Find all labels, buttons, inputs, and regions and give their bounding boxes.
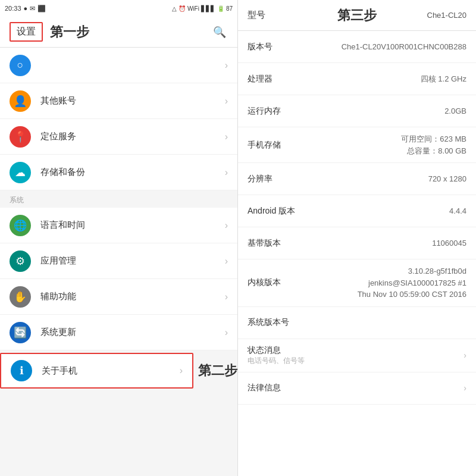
mail-icon: ✉: [30, 5, 35, 12]
row-kernel: 内核版本 3.10.28-g5f1fb0djenkins@SIA10000178…: [238, 259, 476, 307]
time-display: 20:33: [5, 5, 21, 12]
row-android: Android 版本 4.4.4: [238, 195, 476, 227]
first-icon: ○: [10, 55, 31, 76]
update-label: 系统更新: [40, 327, 225, 338]
menu-item-account[interactable]: 👤 其他账号 ›: [0, 83, 237, 119]
status-arrow: ›: [464, 350, 466, 360]
model-header-label: 型号: [248, 10, 302, 21]
version-value: Che1-CL20V100R001CHNC00B288: [301, 41, 466, 53]
screenshot-icon: ⬛: [37, 5, 46, 12]
battery-icon: 🔋: [217, 5, 224, 12]
signal-dot: ●: [24, 5, 28, 12]
android-label: Android 版本: [248, 206, 301, 217]
assist-arrow: ›: [225, 292, 228, 302]
legal-arrow: ›: [464, 383, 466, 393]
language-label: 语言和时间: [40, 220, 225, 231]
appmanage-arrow: ›: [225, 256, 228, 267]
settings-label: 设置: [17, 26, 36, 36]
right-header: 型号 第三步 Che1-CL20: [238, 0, 476, 31]
row-resolution: 分辨率 720 x 1280: [238, 163, 476, 195]
alarm-icon: ⏰: [178, 5, 186, 12]
signal-icon: ▋▋▋: [201, 5, 215, 12]
android-value: 4.4.4: [301, 205, 466, 217]
legal-label: 法律信息: [248, 383, 301, 393]
ram-label: 运行内存: [248, 106, 301, 117]
about-icon: ℹ: [11, 360, 32, 381]
about-arrow: ›: [180, 365, 183, 376]
menu-item-update[interactable]: 🔄 系统更新 ›: [0, 315, 237, 350]
baseband-value: 11060045: [301, 237, 466, 249]
storage-arrow: ›: [225, 167, 228, 178]
status-sublabel: 电话号码、信号等: [248, 356, 459, 366]
search-button[interactable]: 🔍: [211, 24, 228, 40]
account-icon: 👤: [10, 90, 31, 112]
menu-item-location[interactable]: 📍 定位服务 ›: [0, 119, 237, 155]
battery-value: 87: [226, 5, 233, 12]
step-two-label: 第二步: [198, 362, 237, 380]
cpu-value: 四核 1.2 GHz: [301, 73, 466, 85]
appmanage-label: 应用管理: [40, 255, 225, 267]
menu-item-about[interactable]: ℹ 关于手机 ›: [0, 353, 193, 389]
left-header: 设置 第一步 🔍: [0, 17, 237, 48]
location-arrow: ›: [225, 131, 228, 142]
system-section-label: 系统: [0, 190, 237, 208]
menu-item-first[interactable]: ○ ›: [0, 48, 237, 83]
row-version: 版本号 Che1-CL20V100R001CHNC00B288: [238, 31, 476, 63]
step-three-label: 第三步: [302, 7, 412, 24]
step-one-label: 第一步: [50, 23, 211, 41]
cpu-label: 处理器: [248, 74, 301, 84]
storage-value: 可用空间：623 MB总容量：8.00 GB: [301, 133, 466, 156]
appmanage-icon: ⚙: [10, 250, 31, 272]
kernel-value: 3.10.28-g5f1fb0djenkins@SIA1000017825 #1…: [301, 265, 466, 300]
menu-item-assist[interactable]: ✋ 辅助功能 ›: [0, 279, 237, 315]
resolution-label: 分辨率: [248, 174, 301, 184]
version-label: 版本号: [248, 42, 301, 52]
status-right: △ ⏰ WiFi ▋▋▋ 🔋 87: [172, 5, 233, 12]
first-arrow: ›: [225, 60, 228, 71]
settings-label-box: 设置: [10, 22, 43, 42]
wifi-icon: WiFi: [187, 5, 199, 12]
left-panel: 20:33 ● ✉ ⬛ △ ⏰ WiFi ▋▋▋ 🔋 87 设置 第一步 🔍 ○…: [0, 0, 238, 476]
assist-icon: ✋: [10, 286, 31, 308]
storage-icon: ☁: [10, 162, 31, 183]
ram-value: 2.0GB: [301, 105, 466, 117]
row-cpu: 处理器 四核 1.2 GHz: [238, 63, 476, 95]
kernel-label: 内核版本: [248, 277, 301, 288]
about-label: 关于手机: [42, 365, 180, 377]
language-icon: 🌐: [10, 215, 31, 236]
baseband-label: 基带版本: [248, 238, 301, 249]
location-label: 定位服务: [40, 131, 225, 142]
update-arrow: ›: [225, 327, 228, 338]
row-baseband: 基带版本 11060045: [238, 227, 476, 259]
model-header-value: Che1-CL20: [412, 11, 466, 20]
row-sysbuild: 系统版本号: [238, 307, 476, 339]
sim-icon: △: [172, 5, 177, 12]
status-left: 20:33 ● ✉ ⬛: [5, 5, 46, 12]
menu-item-storage[interactable]: ☁ 存储和备份 ›: [0, 155, 237, 190]
storage-label: 存储和备份: [40, 167, 225, 178]
status-label: 状态消息: [248, 345, 301, 356]
account-arrow: ›: [225, 96, 228, 107]
language-arrow: ›: [225, 220, 228, 231]
sysbuild-label: 系统版本号: [248, 317, 301, 328]
location-icon: 📍: [10, 126, 31, 148]
status-bar: 20:33 ● ✉ ⬛ △ ⏰ WiFi ▋▋▋ 🔋 87: [0, 0, 237, 17]
right-panel: 型号 第三步 Che1-CL20 版本号 Che1-CL20V100R001CH…: [238, 0, 476, 476]
row-status[interactable]: 状态消息 电话号码、信号等 ›: [238, 339, 476, 372]
row-legal[interactable]: 法律信息 ›: [238, 372, 476, 405]
row-storage: 手机存储 可用空间：623 MB总容量：8.00 GB: [238, 127, 476, 163]
account-label: 其他账号: [40, 95, 225, 107]
menu-item-appmanage[interactable]: ⚙ 应用管理 ›: [0, 243, 237, 279]
resolution-value: 720 x 1280: [301, 173, 466, 185]
update-icon: 🔄: [10, 322, 31, 343]
row-ram: 运行内存 2.0GB: [238, 95, 476, 127]
menu-item-language[interactable]: 🌐 语言和时间 ›: [0, 208, 237, 243]
assist-label: 辅助功能: [40, 291, 225, 302]
storage-label-r: 手机存储: [248, 140, 301, 151]
